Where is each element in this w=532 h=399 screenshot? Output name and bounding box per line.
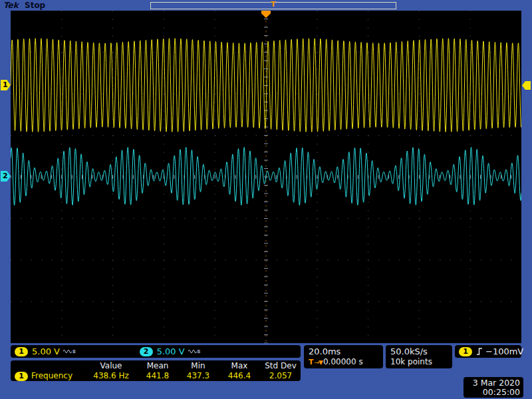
ch1-badge: 1 <box>15 347 28 356</box>
col-header-value: Value <box>85 361 137 371</box>
trigger-level-value: −100mV <box>485 346 523 356</box>
ch2-coupling-icon: ʙ <box>188 348 201 354</box>
col-header-max: Max <box>218 361 261 371</box>
measurement-header-row: Value Mean Min Max Std Dev <box>11 361 301 371</box>
measurement-row: 1 Frequency 438.6 Hz 441.8 437.3 446.4 2… <box>11 371 301 381</box>
trigger-slope-icon <box>476 347 483 356</box>
measurement-value: 438.6 Hz <box>85 371 137 381</box>
tek-logo: Tek <box>3 1 19 10</box>
measurement-source-badge: 1 <box>15 372 28 381</box>
trigger-position-icon: T <box>271 1 276 8</box>
trigger-readout: 1 −100mV <box>455 345 521 358</box>
acquisition-status: Stop <box>25 1 45 10</box>
oscilloscope-screen: Tek Stop T 1 2 1 5.00 V ʙ 2 5.00 V ʙ 20.… <box>0 0 532 399</box>
measurement-table: Value Mean Min Max Std Dev 1 Frequency 4… <box>11 360 301 381</box>
ch1-coupling-icon: ʙ <box>63 348 76 354</box>
trigger-source-badge: 1 <box>459 347 472 356</box>
col-header-mean: Mean <box>137 361 178 371</box>
sample-rate: 50.0kS/s <box>390 346 448 357</box>
measurement-min: 437.3 <box>178 371 218 381</box>
ch1-ground-marker: 1 <box>1 80 11 90</box>
trigger-time-value: 0.00000 s <box>323 357 363 366</box>
ch1-bw-label: ʙ <box>72 348 76 354</box>
ch2-badge: 2 <box>140 347 153 356</box>
trigger-level-marker-icon <box>522 81 531 90</box>
col-header-stddev: Std Dev <box>261 361 301 371</box>
trigger-arrow-icons: →▼ <box>315 359 323 366</box>
acquisition-readout: 50.0kS/s 10k points <box>386 345 452 368</box>
waveform-traces <box>11 11 521 343</box>
measurement-stddev: 2.057 <box>261 371 301 381</box>
horizontal-readout: 20.0ms T→▼0.00000 s <box>304 345 383 368</box>
timebase-value: 20.0ms <box>309 346 378 357</box>
ch2-bw-label: ʙ <box>198 348 201 354</box>
ch2-scale: 5.00 V <box>157 346 185 356</box>
record-length: 10k points <box>390 357 448 367</box>
measurement-max: 446.4 <box>218 371 261 381</box>
col-header-min: Min <box>178 361 218 371</box>
trigger-time-icon: T <box>309 358 314 366</box>
date-value: 3 Mar 2020 <box>464 378 520 388</box>
record-view-bar: T <box>150 2 396 9</box>
datetime-readout: 3 Mar 2020 00:25:00 <box>464 377 523 398</box>
time-value: 00:25:00 <box>464 388 520 397</box>
measurement-name: Frequency <box>31 371 72 381</box>
waveform-display <box>11 11 521 343</box>
channel-readout-bar: 1 5.00 V ʙ 2 5.00 V ʙ <box>11 345 301 358</box>
measurement-mean: 441.8 <box>137 371 178 381</box>
ch2-ground-marker: 2 <box>1 171 11 182</box>
ch1-scale: 5.00 V <box>32 346 60 356</box>
